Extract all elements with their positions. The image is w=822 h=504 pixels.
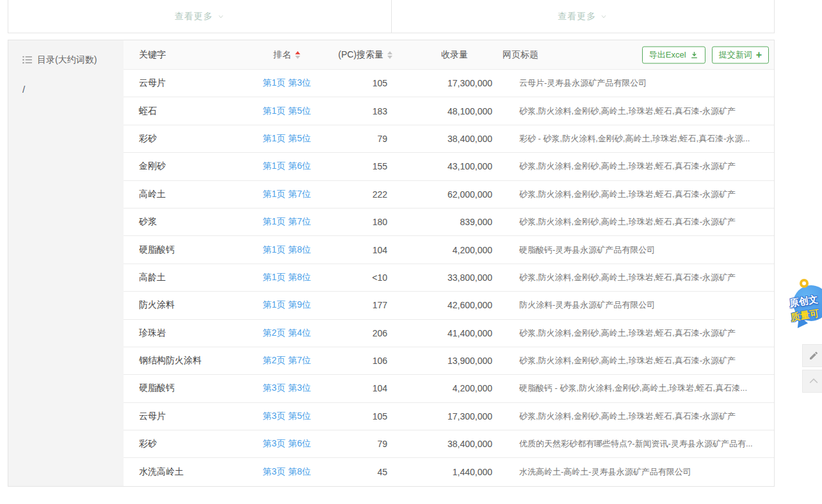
page-title-cell: 硬脂酸钙 - 砂浆,防火涂料,金刚砂,高岭土,珍珠岩,蛭石,真石漆... xyxy=(495,382,774,394)
rank-link[interactable]: 第3页 第8位 xyxy=(262,466,310,476)
back-to-top-button[interactable] xyxy=(802,370,822,393)
page-title-cell: 砂浆,防火涂料,金刚砂,高岭土,珍珠岩,蛭石,真石漆-永源矿产 xyxy=(495,327,774,339)
keyword-cell: 硬脂酸钙 xyxy=(124,382,258,394)
keyword-cell: 云母片 xyxy=(124,411,258,422)
index-count-cell: 62,000,000 xyxy=(392,189,495,200)
view-more-right[interactable]: 查看更多 xyxy=(392,0,775,33)
keyword-cell: 高龄土 xyxy=(124,272,258,283)
index-count-cell: 48,100,000 xyxy=(392,106,495,116)
edit-button[interactable] xyxy=(802,344,822,367)
keyword-cell: 高岭土 xyxy=(124,189,258,200)
rank-link[interactable]: 第2页 第7位 xyxy=(262,355,310,365)
page-title-cell: 砂浆,防火涂料,金刚砂,高岭土,珍珠岩,蛭石,真石漆-永源矿产 xyxy=(495,189,774,200)
search-volume-cell: 206 xyxy=(316,328,392,338)
search-volume-cell: 155 xyxy=(316,161,392,171)
table-row: 硬脂酸钙 第3页 第3位 104 4,200,000 硬脂酸钙 - 砂浆,防火涂… xyxy=(124,375,774,402)
sort-asc-icon[interactable] xyxy=(295,51,300,54)
edit-pencil-icon xyxy=(809,350,819,361)
rank-link[interactable]: 第1页 第8位 xyxy=(262,272,310,282)
index-count-cell: 33,800,000 xyxy=(392,272,495,283)
table-actions: 导出Excel 提交新词 + xyxy=(642,46,769,63)
column-header-keyword: 关键字 xyxy=(124,49,258,61)
rank-link[interactable]: 第2页 第4位 xyxy=(262,327,310,338)
page-title-cell: 优质的天然彩砂都有哪些特点?-新闻资讯-灵寿县永源矿产品有... xyxy=(495,438,774,450)
index-count-cell: 42,600,000 xyxy=(392,300,495,310)
table-row: 彩砂 第3页 第6位 79 38,400,000 优质的天然彩砂都有哪些特点?-… xyxy=(124,430,774,458)
export-excel-button[interactable]: 导出Excel xyxy=(642,46,705,63)
keyword-cell: 珍珠岩 xyxy=(124,327,258,339)
index-count-cell: 4,200,000 xyxy=(392,245,495,255)
rank-link[interactable]: 第1页 第5位 xyxy=(262,106,310,116)
view-more-label: 查看更多 xyxy=(175,11,213,22)
promo-badge[interactable]: 原创文 质量可 xyxy=(789,279,822,344)
index-count-cell: 38,400,000 xyxy=(392,439,495,449)
download-icon xyxy=(690,51,698,59)
search-volume-cell: 222 xyxy=(316,189,392,200)
search-volume-cell: 104 xyxy=(316,383,392,393)
page-title-cell: 硬脂酸钙-灵寿县永源矿产品有限公司 xyxy=(495,244,774,256)
index-count-cell: 17,300,000 xyxy=(392,78,495,88)
plus-icon: + xyxy=(756,50,762,60)
table-row: 金刚砂 第1页 第6位 155 43,100,000 砂浆,防火涂料,金刚砂,高… xyxy=(124,153,774,180)
index-count-cell: 4,200,000 xyxy=(392,383,495,393)
directory-header: 目录(大约词数) xyxy=(8,40,124,70)
chevron-down-icon xyxy=(217,13,225,20)
keyword-cell: 防火涂料 xyxy=(124,299,258,311)
table-row: 珍珠岩 第2页 第4位 206 41,400,000 砂浆,防火涂料,金刚砂,高… xyxy=(124,320,774,347)
column-header-rank[interactable]: 排名 xyxy=(258,49,316,61)
search-volume-cell: 104 xyxy=(316,245,392,255)
rank-link[interactable]: 第1页 第7位 xyxy=(262,216,310,226)
index-count-cell: 43,100,000 xyxy=(392,161,495,171)
page-title-cell: 云母片-灵寿县永源矿产品有限公司 xyxy=(495,77,774,89)
chevron-down-icon xyxy=(600,13,608,20)
search-volume-cell: 45 xyxy=(316,467,392,477)
page-title-cell: 水洗高岭土-高岭土-灵寿县永源矿产品有限公司 xyxy=(495,466,774,478)
index-count-cell: 13,900,000 xyxy=(392,356,495,366)
table-row: 云母片 第3页 第5位 105 17,300,000 砂浆,防火涂料,金刚砂,高… xyxy=(124,403,774,430)
page-title-cell: 砂浆,防火涂料,金刚砂,高岭土,珍珠岩,蛭石,真石漆-永源矿产 xyxy=(495,272,774,283)
index-count-cell: 17,300,000 xyxy=(392,411,495,421)
submit-new-word-button[interactable]: 提交新词 + xyxy=(712,46,769,63)
page-title-cell: 砂浆,防火涂料,金刚砂,高岭土,珍珠岩,蛭石,真石漆-永源矿产 xyxy=(495,106,774,117)
keyword-cell: 金刚砂 xyxy=(124,161,258,172)
keyword-cell: 砂浆 xyxy=(124,216,258,228)
keyword-cell: 彩砂 xyxy=(124,438,258,450)
keyword-cell: 钢结构防火涂料 xyxy=(124,355,258,366)
index-count-cell: 41,400,000 xyxy=(392,328,495,338)
table-row: 硬脂酸钙 第1页 第8位 104 4,200,000 硬脂酸钙-灵寿县永源矿产品… xyxy=(124,236,774,264)
rank-link[interactable]: 第3页 第3位 xyxy=(262,382,310,393)
view-more-left[interactable]: 查看更多 xyxy=(8,0,392,33)
sidebar-item-root[interactable]: / xyxy=(8,70,124,95)
badge-ring-icon xyxy=(800,279,809,288)
keyword-cell: 硬脂酸钙 xyxy=(124,244,258,256)
rank-link[interactable]: 第3页 第5位 xyxy=(262,411,310,421)
column-header-index-count: 收录量 xyxy=(376,49,478,61)
page-title-cell: 砂浆,防火涂料,金刚砂,高岭土,珍珠岩,蛭石,真石漆-永源矿产 xyxy=(495,411,774,422)
rank-link[interactable]: 第1页 第3位 xyxy=(262,77,310,88)
search-volume-cell: 79 xyxy=(316,439,392,449)
search-volume-cell: 180 xyxy=(316,217,392,227)
rank-link[interactable]: 第1页 第7位 xyxy=(262,189,310,199)
table-row: 水洗高岭土 第3页 第8位 45 1,440,000 水洗高岭土-高岭土-灵寿县… xyxy=(124,458,774,485)
table-row: 砂浆 第1页 第7位 180 839,000 砂浆,防火涂料,金刚砂,高岭土,珍… xyxy=(124,209,774,236)
table-row: 高龄土 第1页 第8位 <10 33,800,000 砂浆,防火涂料,金刚砂,高… xyxy=(124,264,774,292)
rank-link[interactable]: 第1页 第9位 xyxy=(262,299,310,310)
sort-desc-icon[interactable] xyxy=(295,56,300,59)
table-row: 彩砂 第1页 第5位 79 38,400,000 彩砂 - 砂浆,防火涂料,金刚… xyxy=(124,125,774,153)
table-row: 蛭石 第1页 第5位 183 48,100,000 砂浆,防火涂料,金刚砂,高岭… xyxy=(124,97,774,125)
table-row: 云母片 第1页 第3位 105 17,300,000 云母片-灵寿县永源矿产品有… xyxy=(124,70,774,97)
rank-link[interactable]: 第1页 第5位 xyxy=(262,133,310,143)
rank-link[interactable]: 第1页 第6位 xyxy=(262,161,310,171)
page-title-cell: 砂浆,防火涂料,金刚砂,高岭土,珍珠岩,蛭石,真石漆-永源矿产 xyxy=(495,216,774,228)
top-panels: 查看更多 查看更多 xyxy=(8,0,775,33)
view-more-label: 查看更多 xyxy=(558,11,596,22)
rank-link[interactable]: 第1页 第8位 xyxy=(262,244,310,255)
rank-link[interactable]: 第3页 第6位 xyxy=(262,438,310,448)
table-row: 高岭土 第1页 第7位 222 62,000,000 砂浆,防火涂料,金刚砂,高… xyxy=(124,181,774,209)
keyword-table: 关键字 排名 (PC)搜索量 收录量 网页标题 导出Excel xyxy=(124,40,774,486)
table-row: 防火涂料 第1页 第9位 177 42,600,000 防火涂料-灵寿县永源矿产… xyxy=(124,292,774,319)
page-title-cell: 彩砂 - 砂浆,防火涂料,金刚砂,高岭土,珍珠岩,蛭石,真石漆-永源... xyxy=(495,133,774,145)
index-count-cell: 38,400,000 xyxy=(392,134,495,144)
page-title-cell: 防火涂料-灵寿县永源矿产品有限公司 xyxy=(495,299,774,311)
sort-icons-rank[interactable] xyxy=(295,51,300,59)
